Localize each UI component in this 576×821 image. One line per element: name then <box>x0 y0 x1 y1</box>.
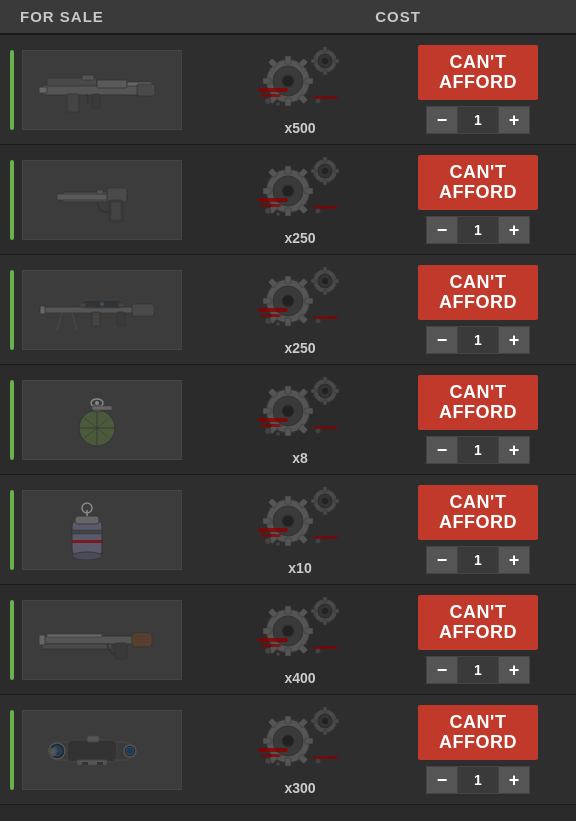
shop-row: x10 CAN'TAFFORD − 1 + <box>0 475 576 585</box>
quantity-increase-button[interactable]: + <box>498 326 530 354</box>
svg-point-151 <box>322 498 328 504</box>
svg-point-30 <box>265 98 271 104</box>
svg-rect-79 <box>305 298 313 304</box>
svg-rect-73 <box>92 312 100 326</box>
item-icon-box <box>22 270 182 350</box>
svg-rect-177 <box>263 628 271 634</box>
svg-point-231 <box>276 762 280 766</box>
svg-rect-121 <box>323 377 327 382</box>
svg-rect-55 <box>334 169 339 173</box>
cant-afford-button[interactable]: CAN'TAFFORD <box>418 705 538 761</box>
svg-point-222 <box>322 718 328 724</box>
quantity-increase-button[interactable]: + <box>498 216 530 244</box>
svg-rect-68 <box>118 303 124 307</box>
quantity-decrease-button[interactable]: − <box>426 436 458 464</box>
svg-rect-23 <box>323 47 327 52</box>
svg-rect-38 <box>97 190 103 194</box>
quantity-row: − 1 + <box>426 766 530 794</box>
action-cell: CAN'TAFFORD − 1 + <box>380 37 576 143</box>
quantity-decrease-button[interactable]: − <box>426 766 458 794</box>
quantity-decrease-button[interactable]: − <box>426 216 458 244</box>
cant-afford-button[interactable]: CAN'TAFFORD <box>418 45 538 101</box>
quantity-increase-button[interactable]: + <box>498 106 530 134</box>
green-bar <box>10 380 14 460</box>
cant-afford-button[interactable]: CAN'TAFFORD <box>418 485 538 541</box>
cant-afford-button[interactable]: CAN'TAFFORD <box>418 265 538 321</box>
svg-rect-196 <box>67 740 117 762</box>
svg-rect-37 <box>111 202 121 220</box>
svg-rect-154 <box>334 499 339 503</box>
svg-rect-169 <box>115 643 127 659</box>
svg-rect-133 <box>72 530 102 534</box>
svg-rect-112 <box>305 408 313 414</box>
svg-rect-163 <box>42 644 112 649</box>
svg-point-32 <box>315 98 320 103</box>
quantity-decrease-button[interactable]: − <box>426 546 458 574</box>
svg-rect-156 <box>258 528 288 532</box>
svg-rect-175 <box>285 648 291 656</box>
svg-rect-59 <box>313 206 338 209</box>
shop-row: x400 CAN'TAFFORD − 1 + <box>0 585 576 695</box>
action-cell: CAN'TAFFORD − 1 + <box>380 697 576 803</box>
item-icon-box <box>22 710 182 790</box>
item-cell <box>0 262 220 358</box>
svg-rect-127 <box>313 426 338 429</box>
svg-rect-53 <box>323 157 327 162</box>
svg-rect-186 <box>323 620 327 625</box>
action-cell: CAN'TAFFORD − 1 + <box>380 587 576 693</box>
svg-point-31 <box>276 102 280 106</box>
svg-point-109 <box>282 405 294 417</box>
svg-point-69 <box>100 302 104 306</box>
cant-afford-button[interactable]: CAN'TAFFORD <box>418 375 538 431</box>
quantity-decrease-button[interactable]: − <box>426 326 458 354</box>
action-cell: CAN'TAFFORD − 1 + <box>380 147 576 253</box>
svg-rect-207 <box>82 762 88 765</box>
svg-rect-42 <box>285 166 291 174</box>
svg-rect-4 <box>137 84 155 96</box>
svg-point-194 <box>315 648 320 653</box>
quantity-decrease-button[interactable]: − <box>426 656 458 684</box>
svg-rect-189 <box>258 638 288 642</box>
quantity-increase-button[interactable]: + <box>498 656 530 684</box>
svg-rect-27 <box>258 88 288 92</box>
svg-rect-126 <box>261 424 281 427</box>
svg-rect-54 <box>323 180 327 185</box>
svg-point-193 <box>276 652 280 656</box>
svg-rect-214 <box>305 738 313 744</box>
shop-row: x8 CAN'TAFFORD − 1 + <box>0 365 576 475</box>
svg-rect-152 <box>323 487 327 492</box>
svg-point-230 <box>265 758 271 764</box>
svg-rect-190 <box>261 644 281 647</box>
item-icon-box <box>22 490 182 570</box>
cant-afford-button[interactable]: CAN'TAFFORD <box>418 595 538 651</box>
quantity-increase-button[interactable]: + <box>498 546 530 574</box>
svg-rect-89 <box>323 290 327 295</box>
quantity-value: 1 <box>458 546 498 574</box>
cost-cell: x10 <box>220 475 380 584</box>
quantity-increase-button[interactable]: + <box>498 436 530 464</box>
svg-rect-80 <box>263 298 271 304</box>
svg-rect-6 <box>82 75 94 80</box>
svg-point-60 <box>265 208 271 214</box>
svg-rect-110 <box>285 386 291 394</box>
quantity-increase-button[interactable]: + <box>498 766 530 794</box>
svg-rect-56 <box>311 169 316 173</box>
gear-icon-box <box>250 153 350 228</box>
shop-header: FOR SALE COST <box>0 0 576 35</box>
svg-rect-77 <box>285 276 291 284</box>
svg-point-76 <box>282 295 294 307</box>
svg-rect-111 <box>285 428 291 436</box>
gear-icon-box <box>250 373 350 448</box>
quantity-value: 1 <box>458 766 498 794</box>
quantity-decrease-button[interactable]: − <box>426 106 458 134</box>
svg-rect-125 <box>258 418 288 422</box>
cant-afford-button[interactable]: CAN'TAFFORD <box>418 155 538 211</box>
svg-rect-2 <box>97 80 127 88</box>
svg-point-140 <box>282 515 294 527</box>
item-icon-box <box>22 380 182 460</box>
svg-point-120 <box>322 388 328 394</box>
svg-point-129 <box>276 432 280 436</box>
green-bar <box>10 490 14 570</box>
svg-rect-164 <box>132 633 152 647</box>
quantity-value: 1 <box>458 216 498 244</box>
